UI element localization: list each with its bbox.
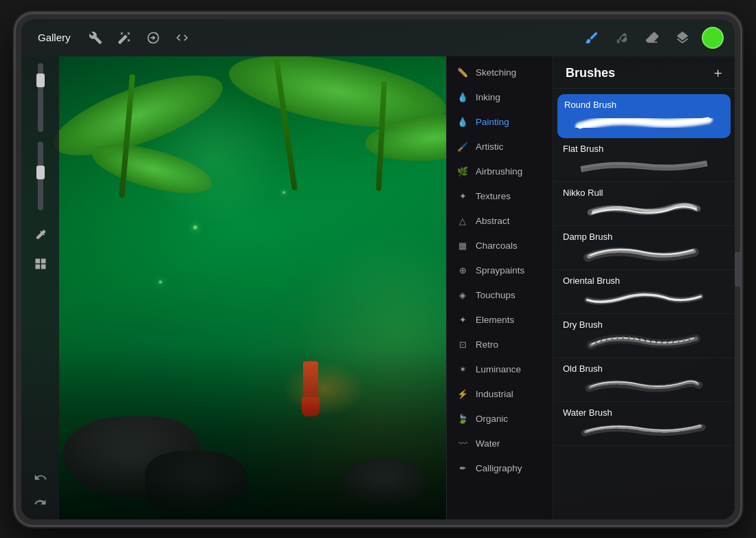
brush-preview-old-brush — [563, 377, 725, 396]
volume-up-button[interactable] — [14, 137, 14, 161]
category-industrial[interactable]: ⚡ Industrial — [447, 382, 553, 407]
textures-icon: ✦ — [456, 190, 469, 203]
brush-item-nikko-rull[interactable]: Nikko Rull — [553, 182, 735, 226]
sketching-icon: ✏️ — [456, 67, 469, 79]
brush-preview-flat-brush — [563, 157, 725, 176]
wand-icon[interactable] — [115, 28, 134, 47]
brush-preview-round-brush — [564, 113, 724, 132]
industrial-icon: ⚡ — [456, 388, 469, 401]
undo-button[interactable] — [30, 467, 51, 488]
volume-down-button[interactable] — [14, 168, 14, 192]
retro-icon: ⊡ — [456, 339, 469, 351]
category-inking[interactable]: 💧 Inking — [447, 85, 553, 110]
abstract-icon: △ — [456, 215, 469, 227]
brush-name-water-brush: Water Brush — [563, 407, 725, 418]
category-painting[interactable]: 💧 Painting — [447, 110, 553, 135]
brushes-title: Brushes — [566, 66, 615, 80]
brush-list: Brushes + Round Brush — [553, 56, 735, 519]
brush-name-oriental-brush: Oriental Brush — [563, 276, 725, 286]
category-retro[interactable]: ⊡ Retro — [447, 333, 553, 357]
category-sketching[interactable]: ✏️ Sketching — [447, 60, 553, 85]
category-luminance[interactable]: ✶ Luminance — [447, 357, 553, 382]
screen: Gallery — [21, 19, 735, 519]
calligraphy-icon: ✒ — [456, 462, 469, 475]
category-touchups[interactable]: ◈ Touchups — [447, 283, 553, 308]
brush-name-dry-brush: Dry Brush — [563, 320, 725, 330]
wrench-icon[interactable] — [86, 28, 105, 47]
brush-preview-water-brush — [563, 421, 725, 440]
elements-icon: ✦ — [456, 314, 469, 326]
category-artistic[interactable]: 🖌️ Artistic — [447, 135, 553, 159]
brush-preview-dry-brush — [563, 333, 725, 352]
canvas-settings-icon[interactable] — [28, 251, 53, 276]
brush-list-header: Brushes + — [553, 56, 735, 89]
layers-icon[interactable] — [671, 27, 693, 49]
category-calligraphy[interactable]: ✒ Calligraphy — [447, 456, 553, 481]
inking-icon: 💧 — [456, 91, 469, 104]
luminance-icon: ✶ — [456, 363, 469, 376]
category-airbrushing[interactable]: 🌿 Airbrushing — [447, 159, 553, 184]
toolbar-right — [581, 27, 724, 49]
category-textures[interactable]: ✦ Textures — [447, 184, 553, 209]
brush-name-old-brush: Old Brush — [563, 363, 725, 374]
brush-item-round-brush[interactable]: Round Brush — [557, 94, 731, 138]
airbrushing-icon: 🌿 — [456, 166, 469, 178]
color-picker-dot[interactable] — [702, 27, 724, 49]
add-brush-button[interactable]: + — [714, 66, 722, 81]
brush-item-dry-brush[interactable]: Dry Brush — [553, 314, 735, 358]
brush-item-oriental-brush[interactable]: Oriental Brush — [553, 270, 735, 314]
eraser-icon[interactable] — [641, 27, 663, 49]
toolbar-left: Gallery — [32, 28, 192, 47]
device-frame: Gallery — [14, 12, 742, 527]
brush-item-flat-brush[interactable]: Flat Brush — [553, 138, 735, 182]
category-organic[interactable]: 🍃 Organic — [447, 407, 553, 431]
brush-panel: ✏️ Sketching 💧 Inking 💧 Painting 🖌️ Arti… — [446, 56, 735, 519]
smudge-icon[interactable] — [611, 27, 633, 49]
category-spraypaints[interactable]: ⊕ Spraypaints — [447, 258, 553, 283]
spraypaints-icon: ⊕ — [456, 265, 469, 277]
eyedropper-icon[interactable] — [28, 223, 53, 247]
gallery-button[interactable]: Gallery — [32, 29, 76, 46]
charcoals-icon: ▦ — [456, 240, 469, 252]
brush-preview-nikko-rull — [563, 201, 725, 220]
brush-name-round-brush: Round Brush — [564, 100, 724, 110]
brush-name-nikko-rull: Nikko Rull — [563, 188, 725, 198]
toolbar: Gallery — [21, 19, 735, 56]
brush-tool-icon[interactable] — [581, 27, 603, 49]
brush-item-old-brush[interactable]: Old Brush — [553, 358, 735, 402]
brush-preview-damp-brush — [563, 245, 725, 264]
home-button[interactable] — [735, 252, 742, 287]
water-icon: 〰 — [456, 438, 469, 450]
left-panel — [21, 56, 59, 519]
category-elements[interactable]: ✦ Elements — [447, 308, 553, 333]
category-abstract[interactable]: △ Abstract — [447, 209, 553, 234]
opacity-slider[interactable] — [38, 142, 43, 210]
brush-item-water-brush[interactable]: Water Brush — [553, 402, 735, 446]
size-slider[interactable] — [38, 63, 43, 132]
category-water[interactable]: 〰 Water — [447, 431, 553, 456]
redo-button[interactable] — [30, 492, 51, 513]
brush-item-damp-brush[interactable]: Damp Brush — [553, 226, 735, 270]
category-charcoals[interactable]: ▦ Charcoals — [447, 234, 553, 258]
draw-icon[interactable] — [173, 28, 192, 47]
category-list: ✏️ Sketching 💧 Inking 💧 Painting 🖌️ Arti… — [447, 56, 553, 519]
artistic-icon: 🖌️ — [456, 141, 469, 153]
brush-name-damp-brush: Damp Brush — [563, 232, 725, 242]
touchups-icon: ◈ — [456, 289, 469, 302]
brush-name-flat-brush: Flat Brush — [563, 144, 725, 154]
brush-preview-oriental-brush — [563, 289, 725, 308]
transform-icon[interactable] — [144, 28, 163, 47]
painting-icon: 💧 — [456, 116, 469, 128]
organic-icon: 🍃 — [456, 413, 469, 425]
